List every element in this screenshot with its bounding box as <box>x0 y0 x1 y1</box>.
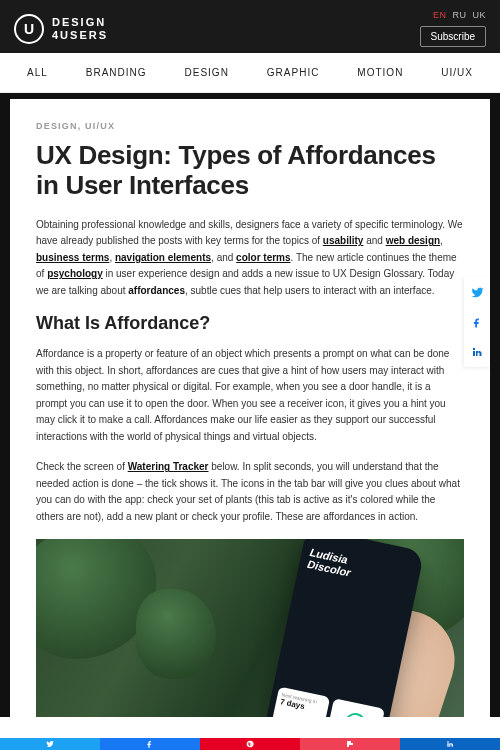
lang-uk[interactable]: UK <box>472 10 486 20</box>
facebook-icon[interactable] <box>464 307 490 337</box>
link-color-terms[interactable]: color terms <box>236 252 290 263</box>
article-categories[interactable]: DESIGN, UI/UX <box>36 121 464 131</box>
link-business-terms[interactable]: business terms <box>36 252 109 263</box>
twitter-icon[interactable] <box>464 277 490 307</box>
logo-text: DESIGN 4USERS <box>52 16 108 41</box>
site-logo[interactable]: U DESIGN 4USERS <box>14 14 108 44</box>
nav-graphic[interactable]: GRAPHIC <box>267 67 320 78</box>
nav-uiux[interactable]: UI/UX <box>441 67 473 78</box>
nav-design[interactable]: DESIGN <box>185 67 229 78</box>
lang-ru[interactable]: RU <box>452 10 466 20</box>
article-hero-image: Ludisia Discolor Next watering in 7 days… <box>36 539 464 717</box>
phone-watering-card: Next watering in 7 days <box>271 687 331 717</box>
article-title: UX Design: Types of Affordances in User … <box>36 141 464 201</box>
link-watering-tracker[interactable]: Watering Tracker <box>128 461 209 472</box>
side-share-bar <box>464 277 490 367</box>
lang-en[interactable]: EN <box>433 10 447 20</box>
definition-paragraph: Affordance is a property or feature of a… <box>36 346 464 445</box>
phone-tick-card: ✓ <box>325 698 385 717</box>
primary-nav: ALL BRANDING DESIGN GRAPHIC MOTION UI/UX <box>0 53 500 93</box>
subscribe-button[interactable]: Subscribe <box>420 26 486 47</box>
nav-branding[interactable]: BRANDING <box>86 67 147 78</box>
example-paragraph: Check the screen of Watering Tracker bel… <box>36 459 464 525</box>
nav-all[interactable]: ALL <box>27 67 48 78</box>
language-switcher: EN RU UK <box>433 10 486 20</box>
linkedin-icon[interactable] <box>464 337 490 367</box>
link-web-design[interactable]: web design <box>386 235 440 246</box>
link-navigation-elements[interactable]: navigation elements <box>115 252 211 263</box>
logo-mark-icon: U <box>14 14 44 44</box>
nav-motion[interactable]: MOTION <box>357 67 403 78</box>
section-heading-what-is-affordance: What Is Affordance? <box>36 313 464 334</box>
bold-affordances: affordances <box>128 285 185 296</box>
link-psychology[interactable]: psychology <box>47 268 103 279</box>
intro-paragraph: Obtaining professional knowledge and ski… <box>36 217 464 300</box>
checkmark-icon: ✓ <box>342 711 368 717</box>
link-usability[interactable]: usability <box>323 235 364 246</box>
